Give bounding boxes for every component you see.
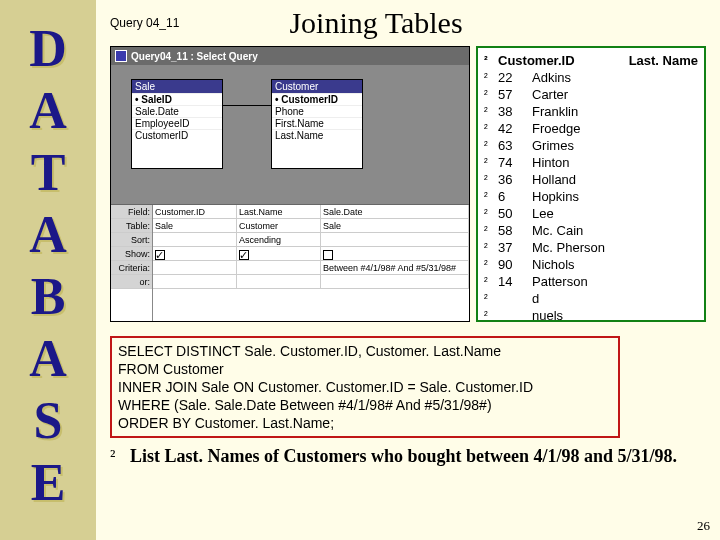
table-field: CustomerID (132, 129, 222, 141)
bullet-icon: ² (484, 103, 498, 120)
left-sidebar: D A T A B A S E (0, 0, 96, 540)
row-label: Field: (111, 205, 152, 219)
checkbox-icon (155, 250, 165, 260)
results-cell-lastname: Nichols (532, 256, 698, 273)
results-cell-id: 74 (498, 154, 532, 171)
grid-cell: Ascending (237, 233, 321, 247)
checkbox-icon (239, 250, 249, 260)
results-row: ²nuels (484, 307, 698, 322)
results-cell-lastname: nuels (532, 307, 698, 322)
join-line (223, 105, 271, 106)
grid-cell (321, 233, 469, 247)
row-label: Table: (111, 219, 152, 233)
grid-cell: Last.Name (237, 205, 321, 219)
sidebar-letter: B (31, 266, 66, 328)
grid-row-labels: Field: Table: Sort: Show: Criteria: or: (111, 205, 153, 321)
results-cell-lastname: Froedge (532, 120, 698, 137)
sidebar-letter: S (34, 390, 63, 452)
bullet-icon: ² (484, 205, 498, 222)
results-header-id: Customer.ID (498, 52, 532, 69)
results-row: ²36Holland (484, 171, 698, 188)
table-field: EmployeeID (132, 117, 222, 129)
results-cell-lastname: Mc. Pherson (532, 239, 698, 256)
results-cell-id: 90 (498, 256, 532, 273)
results-header-lastname: Last. Name (532, 52, 698, 69)
bullet-icon: ² (484, 222, 498, 239)
results-cell-lastname: d (532, 290, 698, 307)
results-panel: ² Customer.ID Last. Name ²22Adkins²57Car… (476, 46, 706, 322)
access-grid-pane: Field: Table: Sort: Show: Criteria: or: … (111, 205, 469, 321)
bullet-icon: ² (484, 52, 498, 69)
results-row: ²38Franklin (484, 103, 698, 120)
results-cell-id: 6 (498, 188, 532, 205)
results-cell-lastname: Franklin (532, 103, 698, 120)
bullet-icon: ² (484, 171, 498, 188)
sidebar-letter: T (31, 142, 66, 204)
grid-cell (321, 275, 469, 289)
grid-cell: Sale.Date (321, 205, 469, 219)
results-cell-id: 38 (498, 103, 532, 120)
table-field: • CustomerID (272, 93, 362, 105)
query-reference: Query 04_11 (110, 16, 179, 30)
checkbox-icon (323, 250, 333, 260)
grid-cell: Customer (237, 219, 321, 233)
bullet-icon: ² (110, 446, 130, 467)
sql-line: WHERE (Sale. Sale.Date Between #4/1/98# … (118, 396, 612, 414)
question-line: ² List Last. Names of Customers who boug… (110, 446, 706, 467)
results-cell-lastname: Grimes (532, 137, 698, 154)
results-cell-lastname: Lee (532, 205, 698, 222)
table-field: Sale.Date (132, 105, 222, 117)
grid-cell: Customer.ID (153, 205, 237, 219)
sql-line: SELECT DISTINCT Sale. Customer.ID, Custo… (118, 342, 612, 360)
access-titlebar: Query04_11 : Select Query (111, 47, 469, 65)
results-row: ²42Froedge (484, 120, 698, 137)
question-text: List Last. Names of Customers who bought… (130, 446, 706, 467)
grid-cell (153, 233, 237, 247)
results-cell-id: 50 (498, 205, 532, 222)
sidebar-letter: A (29, 328, 67, 390)
grid-cell (237, 261, 321, 275)
row-label: or: (111, 275, 152, 289)
table-box-customer: Customer • CustomerID Phone First.Name L… (271, 79, 363, 169)
results-row: ²6Hopkins (484, 188, 698, 205)
access-icon (115, 50, 127, 62)
results-cell-lastname: Holland (532, 171, 698, 188)
sql-box: SELECT DISTINCT Sale. Customer.ID, Custo… (110, 336, 620, 438)
results-row: ²74Hinton (484, 154, 698, 171)
table-field: Last.Name (272, 129, 362, 141)
query-grid: Customer.ID Last.Name Sale.Date Sale Cus… (153, 205, 469, 321)
content-row: Query04_11 : Select Query Sale • SaleID … (110, 46, 706, 322)
bullet-icon: ² (484, 290, 498, 307)
results-header: ² Customer.ID Last. Name (484, 52, 698, 69)
grid-cell: Sale (321, 219, 469, 233)
access-query-designer: Query04_11 : Select Query Sale • SaleID … (110, 46, 470, 322)
results-cell-lastname: Patterson (532, 273, 698, 290)
grid-cell (153, 261, 237, 275)
results-row: ²90Nichols (484, 256, 698, 273)
grid-cell (237, 275, 321, 289)
results-cell-id: 58 (498, 222, 532, 239)
results-cell-lastname: Hinton (532, 154, 698, 171)
row-label: Criteria: (111, 261, 152, 275)
table-field: First.Name (272, 117, 362, 129)
results-cell-id: 14 (498, 273, 532, 290)
results-row: ²63Grimes (484, 137, 698, 154)
bullet-icon: ² (484, 239, 498, 256)
results-row: ²14Patterson (484, 273, 698, 290)
results-row: ²58Mc. Cain (484, 222, 698, 239)
bullet-icon: ² (484, 86, 498, 103)
bullet-icon: ² (484, 307, 498, 322)
row-label: Sort: (111, 233, 152, 247)
results-rows: ²22Adkins²57Carter²38Franklin²42Froedge²… (484, 69, 698, 322)
sidebar-letter: A (29, 204, 67, 266)
bullet-icon: ² (484, 154, 498, 171)
results-row: ²37Mc. Pherson (484, 239, 698, 256)
main-area: Query 04_11 Joining Tables Query04_11 : … (96, 0, 720, 540)
results-cell-id: 37 (498, 239, 532, 256)
table-field: Phone (272, 105, 362, 117)
bullet-icon: ² (484, 273, 498, 290)
results-cell-id: 36 (498, 171, 532, 188)
page-title: Joining Tables (219, 6, 706, 40)
table-header: Customer (272, 80, 362, 93)
results-cell-id: 22 (498, 69, 532, 86)
